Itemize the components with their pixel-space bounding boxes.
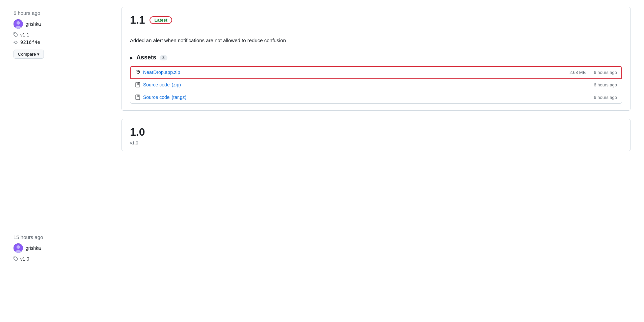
release-version-1-1: 1.1: [130, 14, 145, 26]
targz-icon: [135, 95, 140, 100]
sidebar: 6 hours ago grishka v1.1: [14, 7, 122, 275]
release-card-1-0: 1.0 v1.0: [122, 119, 630, 151]
svg-point-1: [17, 21, 20, 25]
asset-time-source-zip: 6 hours ago: [594, 82, 617, 87]
release-1-0-tag-label: v1.0: [130, 140, 622, 145]
release-1-1-time: 6 hours ago: [14, 10, 122, 16]
tag-icon-v10: [14, 257, 18, 261]
asset-link-source-targz[interactable]: Source code (tar.gz): [143, 95, 591, 100]
release-1-1-author-row: grishka: [14, 19, 122, 29]
release-1-1-tag: v1.1: [14, 32, 122, 37]
sidebar-release-1-1: 6 hours ago grishka v1.1: [14, 10, 122, 59]
author-avatar: [14, 19, 23, 29]
release-1-1-description: Added an alert when notifications are no…: [122, 32, 630, 49]
release-1-0-author-row: grishka: [14, 243, 122, 253]
release-1-0-time: 15 hours ago: [14, 234, 122, 240]
release-1-1-commit: 9216f4e: [14, 39, 122, 45]
triangle-icon: ▶: [130, 55, 133, 60]
author-avatar-v10: [14, 243, 23, 253]
assets-section: ▶ Assets 3 NearDrop.app.z: [122, 49, 630, 110]
compare-chevron-icon: ▾: [37, 52, 39, 57]
author-name: grishka: [26, 21, 41, 27]
svg-point-7: [17, 245, 20, 249]
svg-point-3: [15, 41, 17, 44]
asset-name-source-targz: Source code: [143, 95, 170, 100]
assets-header: ▶ Assets 3: [130, 54, 622, 61]
release-1-0-tag: v1.0: [14, 256, 122, 262]
svg-line-10: [136, 71, 138, 72]
asset-row-neardrop: NearDrop.app.zip 2.68 MB 6 hours ago: [130, 66, 622, 79]
assets-list: NearDrop.app.zip 2.68 MB 6 hours ago: [130, 66, 622, 104]
asset-row-source-targz: Source code (tar.gz) 6 hours ago: [130, 91, 622, 103]
tag-icon: [14, 32, 18, 37]
author-name-v10: grishka: [26, 245, 41, 251]
asset-name-neardrop: NearDrop.app.zip: [143, 70, 180, 75]
sidebar-release-1-0: 15 hours ago grishka v1.0: [14, 234, 122, 262]
assets-title: Assets: [136, 54, 156, 61]
package-icon: [135, 70, 140, 75]
zip-icon: [135, 82, 140, 87]
asset-link-neardrop[interactable]: NearDrop.app.zip: [143, 70, 567, 75]
tag-label-v10: v1.0: [20, 256, 29, 262]
release-1-1-header: 1.1 Latest: [122, 7, 630, 32]
main-content: 1.1 Latest Added an alert when notificat…: [122, 7, 630, 275]
tag-label: v1.1: [20, 32, 29, 37]
asset-type-source-targz: (tar.gz): [172, 95, 187, 100]
compare-button[interactable]: Compare ▾: [14, 50, 44, 59]
asset-row-source-zip: Source code (zip) 6 hours ago: [130, 79, 622, 91]
compare-label: Compare: [18, 52, 36, 57]
commit-hash: 9216f4e: [20, 39, 40, 45]
latest-badge: Latest: [150, 16, 172, 24]
asset-name-source-zip: Source code: [143, 82, 170, 87]
asset-link-source-zip[interactable]: Source code (zip): [143, 82, 591, 87]
release-version-1-0: 1.0: [130, 126, 145, 138]
assets-count: 3: [160, 55, 167, 60]
svg-line-11: [138, 71, 140, 72]
asset-time-source-targz: 6 hours ago: [594, 95, 617, 100]
commit-icon: [14, 40, 18, 45]
asset-size-neardrop: 2.68 MB: [569, 70, 586, 75]
asset-type-source-zip: (zip): [172, 82, 181, 87]
release-1-0-header: 1.0 v1.0: [122, 119, 630, 151]
asset-time-neardrop: 6 hours ago: [594, 70, 617, 75]
release-card-1-1: 1.1 Latest Added an alert when notificat…: [122, 7, 630, 111]
